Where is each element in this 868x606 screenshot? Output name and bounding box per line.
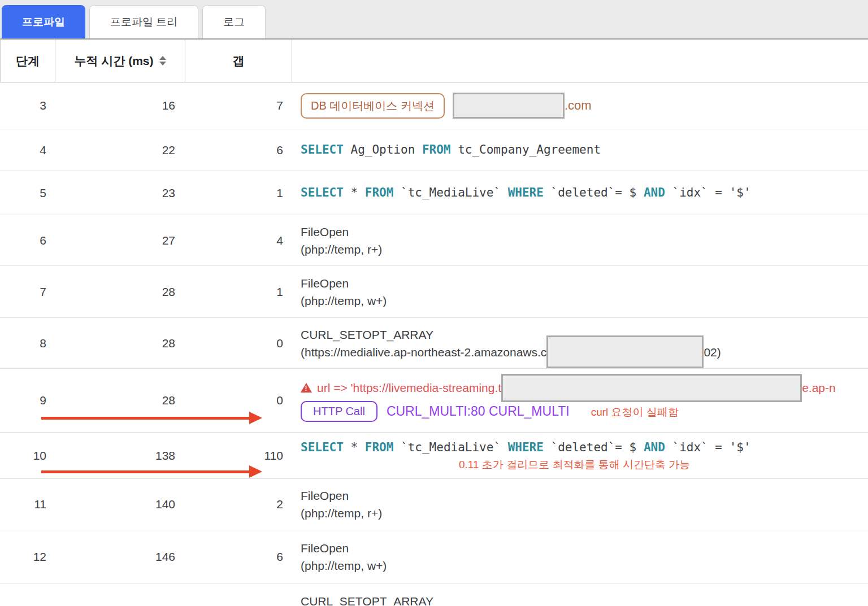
profile-table: 단계 누적 시간 (ms) 갭 3167DB 데이터베이스 커넥션.com422… [0, 38, 868, 606]
cell-gap: 0 [185, 369, 292, 432]
tab-profile[interactable]: 프로파일 [2, 5, 85, 38]
sql-text: `deleted`= $ [544, 186, 644, 199]
sql-keyword: FROM [365, 186, 394, 199]
content-line: FileOpen [301, 274, 349, 292]
table-row: CURL_SETOPT_ARRAY [0, 583, 868, 606]
failure-note: curl 요청이 실패함 [591, 405, 679, 420]
cell-step: 4 [0, 129, 55, 171]
tab-log[interactable]: 로그 [202, 5, 266, 38]
highlight-arrow [41, 417, 249, 420]
cell-step: 8 [0, 318, 55, 368]
sql-query: SELECT Ag_Option FROM tc_Company_Agreeme… [301, 141, 601, 159]
cell-time: 28 [55, 266, 185, 317]
redacted-box [453, 93, 565, 119]
cell-content: FileOpen(php://temp, r+) [292, 479, 868, 530]
sort-up-icon [159, 56, 166, 60]
sql-text: Ag_Option [344, 143, 422, 156]
sort-down-icon [159, 62, 166, 66]
cell-step: 11 [0, 479, 55, 530]
table-body: 3167DB 데이터베이스 커넥션.com4226SELECT Ag_Optio… [0, 82, 868, 606]
column-header-gap-label: 갭 [233, 53, 245, 69]
cell-step: 12 [0, 530, 55, 583]
column-header-step[interactable]: 단계 [1, 40, 55, 82]
highlight-arrow [41, 470, 249, 473]
column-header-time-label: 누적 시간 (ms) [74, 53, 153, 69]
cell-gap: 4 [185, 215, 292, 265]
cell-time: 28 [55, 369, 185, 432]
error-url-text: url => 'https://livemedia-streaming.t [317, 381, 501, 395]
column-header-time[interactable]: 누적 시간 (ms) [55, 40, 185, 82]
sql-keyword: SELECT [301, 441, 344, 454]
column-header-content [292, 40, 868, 82]
sql-keyword: SELECT [301, 143, 344, 156]
cell-time: 146 [55, 530, 185, 583]
curl-multi-text: CURL_MULTI:80 CURL_MULTI [387, 404, 570, 419]
cell-step: 5 [0, 171, 55, 215]
cell-step: 7 [0, 266, 55, 317]
sort-icon[interactable] [159, 56, 166, 66]
cell-step: 3 [0, 82, 55, 129]
column-header-step-label: 단계 [16, 53, 40, 69]
cell-gap: 1 [185, 266, 292, 317]
cell-gap: 6 [185, 129, 292, 171]
content-line: (php://temp, w+) [301, 557, 387, 574]
cell-gap: 6 [185, 530, 292, 583]
cell-content: CURL_SETOPT_ARRAY(https://medialive.ap-n… [292, 318, 868, 368]
table-row: 7281FileOpen(php://temp, w+) [0, 266, 868, 318]
table-header: 단계 누적 시간 (ms) 갭 [0, 38, 868, 82]
optimization-note: 0.11 초가 걸리므로 최적화를 통해 시간단축 가능 [459, 457, 690, 472]
cell-content: FileOpen(php://temp, w+) [292, 530, 868, 583]
sql-keyword: WHERE [508, 441, 544, 454]
cell-time: 22 [55, 129, 185, 171]
cell-content: url => 'https://livemedia-streaming.te.a… [292, 369, 868, 432]
table-row: 6274FileOpen(php://temp, r+) [0, 215, 868, 266]
cell-content: SELECT * FROM `tc_MediaLive` WHERE `dele… [292, 433, 868, 478]
cell-content: FileOpen(php://temp, w+) [292, 266, 868, 317]
tab-profile-tree[interactable]: 프로파일 트리 [89, 5, 198, 38]
sql-text: `idx` = '$' [665, 441, 751, 454]
curl-url-prefix: (https://medialive.ap-northeast-2.amazon… [301, 343, 546, 361]
column-header-gap[interactable]: 갭 [185, 40, 292, 82]
sql-keyword: AND [644, 186, 665, 199]
sql-keyword: SELECT [301, 186, 344, 199]
db-connection-line: DB 데이터베이스 커넥션.com [301, 93, 592, 119]
table-row: 4226SELECT Ag_Option FROM tc_Company_Agr… [0, 129, 868, 171]
sql-keyword: WHERE [508, 186, 544, 199]
sql-text: * [344, 186, 365, 199]
sql-keyword: AND [644, 441, 665, 454]
cell-content: FileOpen(php://temp, r+) [292, 215, 868, 265]
cell-time: 16 [55, 82, 185, 129]
content-line: FileOpen [301, 223, 349, 241]
error-url-suffix: e.ap-n [802, 381, 836, 395]
db-connection-badge: DB 데이터베이스 커넥션 [301, 93, 445, 119]
cell-time: 27 [55, 215, 185, 265]
sql-query: SELECT * FROM `tc_MediaLive` WHERE `dele… [301, 184, 751, 202]
cell-content: CURL_SETOPT_ARRAY [292, 583, 868, 606]
error-url-line: url => 'https://livemedia-streaming.te.a… [301, 380, 836, 396]
content-line: FileOpen [301, 487, 349, 504]
redacted-box [546, 335, 704, 368]
sql-text: `idx` = '$' [665, 186, 751, 199]
http-call-badge: HTTP Call [301, 401, 377, 422]
cell-step [0, 583, 55, 606]
http-call-line: HTTP CallCURL_MULTI:80 CURL_MULTIcurl 요청… [301, 401, 679, 422]
redacted-box [501, 374, 802, 402]
sql-text: `tc_MediaLive` [393, 186, 507, 199]
content-line: (php://temp, r+) [301, 241, 382, 258]
content-line: FileOpen [301, 539, 349, 557]
cell-time [55, 583, 185, 606]
cell-gap: 2 [185, 479, 292, 530]
curl-url-line: (https://medialive.ap-northeast-2.amazon… [301, 343, 721, 361]
table-row: 10138110SELECT * FROM `tc_MediaLive` WHE… [0, 433, 868, 479]
table-row: 9280url => 'https://livemedia-streaming.… [0, 369, 868, 433]
table-row: 111402FileOpen(php://temp, r+) [0, 479, 868, 530]
cell-content: DB 데이터베이스 커넥션.com [292, 82, 868, 129]
content-line: CURL_SETOPT_ARRAY [301, 326, 433, 343]
content-line: CURL_SETOPT_ARRAY [301, 592, 433, 606]
cell-gap: 7 [185, 82, 292, 129]
sql-text: `tc_MediaLive` [393, 441, 507, 454]
sql-text: tc_Company_Agreement [451, 143, 601, 156]
sql-query: SELECT * FROM `tc_MediaLive` WHERE `dele… [301, 439, 751, 456]
cell-gap [185, 583, 292, 606]
profiler-panel: 프로파일프로파일 트리로그 단계 누적 시간 (ms) 갭 3167DB 데이터… [0, 0, 868, 606]
